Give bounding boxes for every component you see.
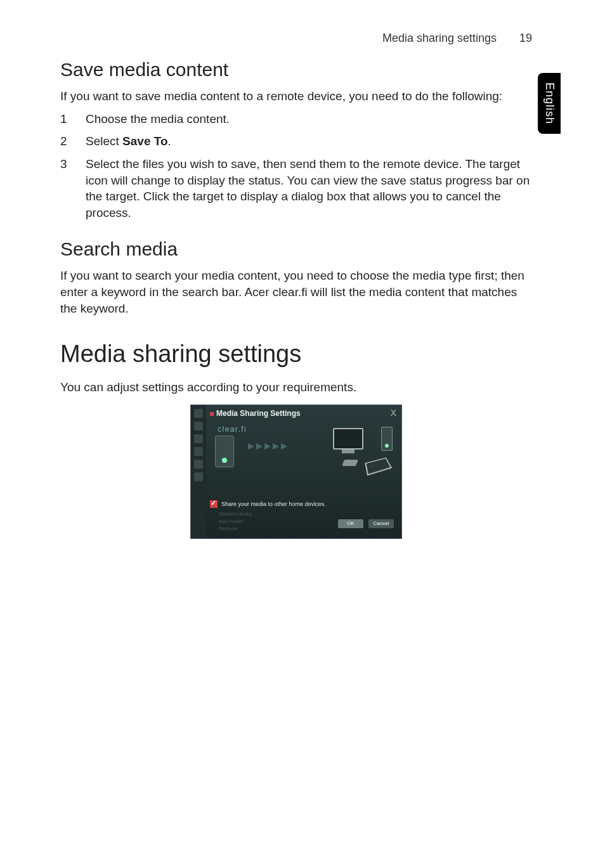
dialog-title-text: Media Sharing Settings bbox=[216, 409, 301, 418]
thumb-icon bbox=[194, 460, 203, 469]
title-dot-icon bbox=[210, 412, 214, 416]
list-item: 1 Choose the media content. bbox=[60, 111, 532, 127]
media-sharing-settings-body: You can adjust settings according to you… bbox=[60, 379, 532, 396]
step-number: 1 bbox=[60, 111, 86, 127]
thumb-icon bbox=[194, 472, 203, 481]
step-number: 2 bbox=[60, 133, 86, 150]
list-item: 3 Select the files you wish to save, the… bbox=[60, 156, 532, 221]
dialog-title: Media Sharing Settings bbox=[210, 409, 301, 418]
step-text-part: . bbox=[168, 134, 171, 148]
transfer-arrows-icon bbox=[248, 443, 287, 450]
thumb-icon bbox=[194, 434, 203, 443]
thumb-icon bbox=[194, 409, 203, 418]
monitor-icon bbox=[333, 428, 363, 450]
search-media-title: Search media bbox=[60, 238, 532, 260]
step-text: Choose the media content. bbox=[86, 111, 532, 127]
media-sharing-dialog: Media Sharing Settings X clear.fi Share … bbox=[190, 405, 402, 539]
screenshot-container: Media Sharing Settings X clear.fi Share … bbox=[60, 405, 532, 539]
close-icon[interactable]: X bbox=[391, 408, 396, 418]
step-text: Select Save To. bbox=[86, 133, 532, 150]
laptop-icon bbox=[365, 458, 392, 476]
save-media-intro: If you want to save media content to a r… bbox=[60, 88, 532, 105]
clearfi-logo: clear.fi bbox=[218, 424, 247, 434]
sidebar-strip bbox=[191, 405, 206, 538]
thumb-icon bbox=[194, 447, 203, 456]
media-sharing-settings-title: Media sharing settings bbox=[60, 340, 532, 368]
language-label: English bbox=[543, 82, 556, 124]
search-media-body: If you want to search your media content… bbox=[60, 268, 532, 316]
save-steps-list: 1 Choose the media content. 2 Select Sav… bbox=[60, 111, 532, 221]
list-item: 2 Select Save To. bbox=[60, 133, 532, 150]
share-checkbox-row[interactable]: Share your media to other home devices. bbox=[210, 500, 326, 508]
step-text-part: Select bbox=[86, 134, 122, 148]
save-to-bold: Save To bbox=[122, 134, 167, 148]
tower-icon bbox=[381, 427, 393, 451]
keyboard-icon bbox=[342, 460, 358, 466]
page-number: 19 bbox=[514, 32, 532, 45]
ok-button[interactable]: OK bbox=[338, 519, 363, 528]
page-content: Media sharing settings 19 Save media con… bbox=[0, 0, 605, 577]
pc-tower-icon bbox=[215, 436, 234, 467]
checkbox-label: Share your media to other home devices. bbox=[221, 501, 326, 507]
cancel-button[interactable]: Cancel bbox=[368, 519, 394, 528]
page-header: Media sharing settings 19 bbox=[60, 32, 532, 45]
thumb-icon bbox=[194, 422, 203, 431]
language-tab: English bbox=[538, 73, 561, 134]
save-media-title: Save media content bbox=[60, 59, 532, 81]
step-text: Select the files you wish to save, then … bbox=[86, 156, 532, 221]
step-number: 3 bbox=[60, 156, 86, 221]
checkbox-icon[interactable] bbox=[210, 500, 218, 508]
header-title: Media sharing settings bbox=[382, 32, 497, 45]
dim-options: Shared Library Add Folder Remove bbox=[219, 510, 252, 532]
